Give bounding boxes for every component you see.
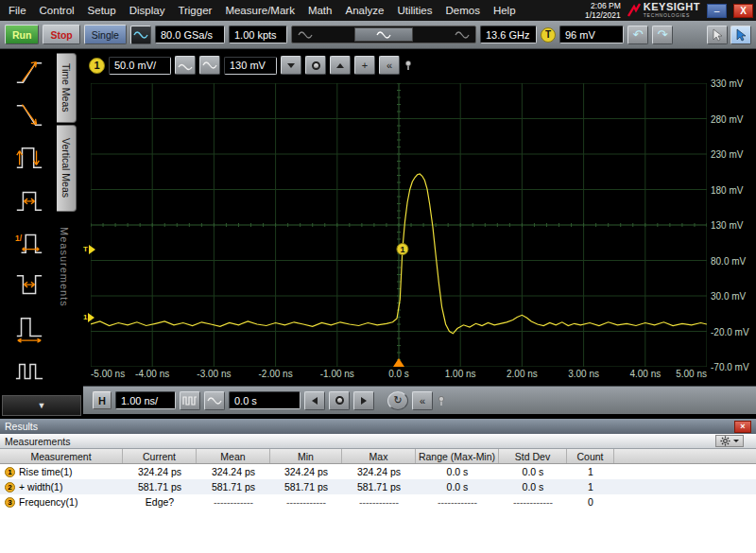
menu-item-math[interactable]: Math xyxy=(301,2,339,19)
redo-button[interactable]: ↷ xyxy=(652,26,673,44)
stop-button[interactable]: Stop xyxy=(43,25,79,44)
menu-item-help[interactable]: Help xyxy=(487,2,523,19)
frequency-icon: 1/ xyxy=(14,228,44,258)
undo-button[interactable]: ↶ xyxy=(627,26,648,44)
reset-position-button[interactable]: ↻ xyxy=(387,391,408,410)
column-header-range-max-min[interactable]: Range (Max-Min) xyxy=(416,449,499,463)
channel-scale-field[interactable]: 50.0 mV/ xyxy=(109,57,171,75)
horizontal-position-field[interactable]: 0.0 s xyxy=(229,391,301,409)
chevron-up-icon xyxy=(336,63,344,68)
waveform-plot[interactable]: 1 xyxy=(91,83,707,367)
menu-item-file[interactable]: File xyxy=(2,2,33,19)
ground-marker[interactable]: 1 xyxy=(83,312,94,323)
cell-std-dev: 0.0 s xyxy=(499,464,567,479)
tab-time-meas[interactable]: Time Meas xyxy=(57,53,77,123)
column-header-min[interactable]: Min xyxy=(270,449,342,463)
measurement-badge: 1 xyxy=(5,467,15,477)
timebase-scale-field[interactable]: 1.00 ns/ xyxy=(115,391,176,409)
measurement-button-burst-width[interactable] xyxy=(8,349,51,391)
timebase-zoom-out-button[interactable] xyxy=(204,391,225,410)
acquisition-position-strip[interactable] xyxy=(291,26,476,43)
y-axis-label: 330 mV xyxy=(711,78,743,89)
gear-icon xyxy=(720,436,730,446)
measurements-settings-button[interactable] xyxy=(715,435,744,447)
scale-coarse-button[interactable] xyxy=(175,56,196,75)
menu-item-control[interactable]: Control xyxy=(33,2,81,19)
menu-item-display[interactable]: Display xyxy=(123,2,172,19)
cell-min: 324.24 ps xyxy=(270,464,342,479)
trigger-source-badge[interactable]: T xyxy=(541,27,556,43)
measurement-button-negative-width[interactable] xyxy=(8,264,51,306)
column-header-current[interactable]: Current xyxy=(123,449,197,463)
measurement-button-frequency[interactable]: 1/ xyxy=(8,221,51,264)
horizontal-badge[interactable]: H xyxy=(93,391,112,409)
memory-depth-field[interactable]: 1.00 kpts xyxy=(229,26,287,43)
expand-measurements-button[interactable]: ▼ xyxy=(2,395,81,416)
menu-item-demos[interactable]: Demos xyxy=(438,2,486,19)
menu-item-trigger[interactable]: Trigger xyxy=(171,2,218,19)
collapse-channel-bar-button[interactable]: « xyxy=(379,56,400,75)
run-button[interactable]: Run xyxy=(5,25,39,44)
menu-bar: FileControlSetupDisplayTriggerMeasure/Ma… xyxy=(0,0,756,21)
ground-arrow-icon xyxy=(88,313,94,322)
y-axis-label: 80.0 mV xyxy=(711,256,746,267)
column-header-mean[interactable]: Mean xyxy=(197,449,270,463)
measurement-button-fall-time[interactable] xyxy=(8,94,51,136)
keysight-spark-icon xyxy=(627,3,641,18)
column-header-count[interactable]: Count xyxy=(567,449,614,463)
burst-width-icon xyxy=(14,355,44,386)
column-header-std-dev[interactable]: Std Dev xyxy=(499,449,567,463)
scale-fine-button[interactable] xyxy=(199,56,220,75)
chevron-right-icon xyxy=(361,397,367,405)
trigger-level-field[interactable]: 96 mV xyxy=(559,26,624,43)
offset-knob[interactable] xyxy=(305,56,326,75)
y-axis-label: 30.0 mV xyxy=(711,291,746,302)
pin-icon[interactable] xyxy=(404,60,413,71)
measurements-sidebar: 1/ Time Meas Vertical Meas Measurements … xyxy=(0,49,83,419)
measurement-button-edge-levels[interactable] xyxy=(8,136,51,179)
offset-down-button[interactable] xyxy=(281,56,301,75)
sample-rate-field[interactable]: 80.0 GSa/s xyxy=(155,26,225,43)
column-header-measurement[interactable]: Measurement xyxy=(0,449,123,463)
results-close-button[interactable]: × xyxy=(734,421,751,433)
channel-1-badge[interactable]: 1 xyxy=(89,58,105,74)
position-right-button[interactable] xyxy=(353,391,374,410)
menu-item-setup[interactable]: Setup xyxy=(81,2,123,19)
measurement-button-rise-time[interactable] xyxy=(8,51,51,94)
measurement-row-frequency-1[interactable]: 3Frequency(1)Edge?----------------------… xyxy=(0,494,756,510)
measurement-badge: 3 xyxy=(5,497,15,508)
offset-up-button[interactable] xyxy=(330,56,351,75)
touch-mode-button[interactable] xyxy=(730,26,751,44)
close-button[interactable]: X xyxy=(733,4,753,18)
chevron-left-icon xyxy=(312,397,318,405)
add-waveform-button[interactable]: + xyxy=(354,56,375,75)
x-axis-label: -4.00 ns xyxy=(135,369,169,379)
measurement-name-cell: 3Frequency(1) xyxy=(0,494,123,510)
y-axis-label: 180 mV xyxy=(711,185,743,196)
trigger-level-marker[interactable]: T xyxy=(83,244,95,255)
measurement-button-positive-width[interactable] xyxy=(8,179,51,221)
menu-item-analyze[interactable]: Analyze xyxy=(338,2,390,19)
single-button[interactable]: Single xyxy=(84,25,127,44)
pin-icon[interactable] xyxy=(437,395,446,406)
collapse-horizontal-bar-button[interactable]: « xyxy=(412,391,433,410)
timebase-zoom-in-button[interactable] xyxy=(180,391,200,410)
bandwidth-field[interactable]: 13.6 GHz xyxy=(480,26,537,43)
menu-item-measure-mark[interactable]: Measure/Mark xyxy=(218,2,301,19)
measurement-row-rise-time-1[interactable]: 1Rise time(1)324.24 ps324.24 ps324.24 ps… xyxy=(0,464,756,479)
measurement-row-width-1[interactable]: 2+ width(1)581.71 ps581.71 ps581.71 ps58… xyxy=(0,479,756,494)
acquisition-window-handle[interactable] xyxy=(354,27,413,42)
undo-icon: ↶ xyxy=(633,28,644,41)
measurement-button-duty-cycle[interactable] xyxy=(8,306,51,349)
menu-item-utilities[interactable]: Utilities xyxy=(390,2,438,19)
x-axis-label: -3.00 ns xyxy=(197,369,231,379)
channel-offset-field[interactable]: 130 mV xyxy=(224,57,277,75)
column-header-max[interactable]: Max xyxy=(342,449,416,463)
pointer-mode-button[interactable] xyxy=(707,26,728,44)
position-knob[interactable] xyxy=(329,391,350,410)
minimize-button[interactable]: – xyxy=(707,4,727,18)
position-left-button[interactable] xyxy=(304,391,325,410)
waveform-display-toggle-button[interactable] xyxy=(130,26,151,44)
tab-label: Vertical Meas xyxy=(60,138,72,198)
tab-vertical-meas[interactable]: Vertical Meas xyxy=(57,125,77,212)
